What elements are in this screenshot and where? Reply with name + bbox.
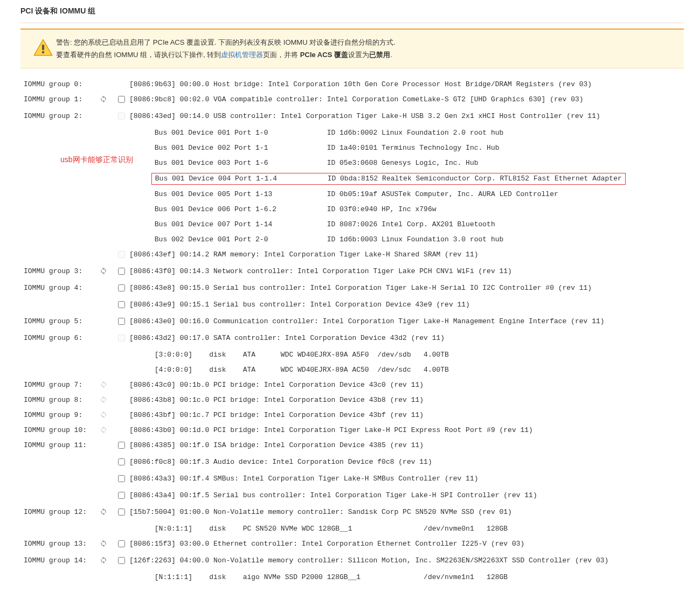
svg-point-1 xyxy=(42,51,44,53)
iommu-row: IOMMU group 13: [8086:15f3] 03:00.0 Ethe… xyxy=(20,537,684,553)
svg-rect-0 xyxy=(42,45,44,50)
refresh-icon[interactable] xyxy=(100,396,107,404)
iommu-row: [8086:43e9] 00:15.1 Serial bus controlle… xyxy=(20,297,684,314)
device-text: [8086:43e8] 00:15.0 Serial bus controlle… xyxy=(129,283,684,294)
iommu-row: [N:1:1:1] disk aigo NVMe SSD P2000 128GB… xyxy=(20,570,684,585)
iommu-row: Bus 001 Device 006 Port 1-6.2 ID 03f0:e9… xyxy=(20,202,684,217)
device-text: [8086:43a3] 00:1f.4 SMBus: Intel Corpora… xyxy=(129,473,684,484)
device-text: [8086:43bf] 00:1c.7 PCI bridge: Intel Co… xyxy=(129,410,684,421)
group-label: IOMMU group 0: xyxy=(20,79,94,90)
group-label: IOMMU group 9: xyxy=(20,410,94,421)
device-text: [8086:9bc8] 00:02.0 VGA compatible contr… xyxy=(129,94,684,105)
group-label: IOMMU group 13: xyxy=(20,539,94,549)
group-label: IOMMU group 14: xyxy=(20,555,94,566)
group-label: IOMMU group 11: xyxy=(20,440,94,451)
annot-usb-nic: usb网卡能够正常识别 xyxy=(60,155,133,165)
iommu-row: [3:0:0:0] disk ATA WDC WD40EJRX-89A A5F0… xyxy=(20,347,684,363)
group-label: IOMMU group 2: xyxy=(20,111,94,122)
device-checkbox[interactable] xyxy=(118,492,125,499)
iommu-row: IOMMU group 4:[8086:43e8] 00:15.0 Serial… xyxy=(20,281,684,297)
device-text: [126f:2263] 04:00.0 Non-Volatile memory … xyxy=(129,555,684,566)
device-checkbox[interactable] xyxy=(118,96,125,103)
iommu-row: IOMMU group 3: [8086:43f0] 00:14.3 Netwo… xyxy=(20,264,684,281)
iommu-row: Bus 001 Device 007 Port 1-14 ID 8087:002… xyxy=(20,217,684,232)
iommu-row: IOMMU group 14: [126f:2263] 04:00.0 Non-… xyxy=(20,553,684,570)
device-text: [8086:43d2] 00:17.0 SATA controller: Int… xyxy=(129,333,684,344)
iommu-row: Bus 001 Device 004 Port 1-1.4 ID 0bda:81… xyxy=(20,171,684,187)
device-text: [8086:4385] 00:1f.0 ISA bridge: Intel Co… xyxy=(129,440,684,451)
device-checkbox xyxy=(118,251,125,258)
device-text: [N:0:1:1] disk PC SN520 NVMe WDC 128GB__… xyxy=(129,524,684,534)
group-label: IOMMU group 6: xyxy=(20,333,94,344)
device-text: [8086:43b0] 00:1d.0 PCI bridge: Intel Co… xyxy=(129,425,684,436)
device-text: [8086:43f0] 00:14.3 Network controller: … xyxy=(129,266,684,277)
refresh-icon[interactable] xyxy=(100,426,107,434)
device-text: [3:0:0:0] disk ATA WDC WD40EJRX-89A A5F0… xyxy=(129,350,684,360)
refresh-icon[interactable] xyxy=(100,95,107,103)
group-label: IOMMU group 12: xyxy=(20,507,94,518)
iommu-row: Bus 001 Device 001 Port 1-0 ID 1d6b:0002… xyxy=(20,126,684,141)
refresh-icon[interactable] xyxy=(100,556,107,565)
iommu-row: Bus 002 Device 001 Port 2-0 ID 1d6b:0003… xyxy=(20,232,684,247)
device-checkbox[interactable] xyxy=(118,475,125,482)
iommu-row: [8086:43ef] 00:14.2 RAM memory: Intel Co… xyxy=(20,247,684,264)
group-label: IOMMU group 5: xyxy=(20,316,94,327)
device-text: Bus 001 Device 004 Port 1-1.4 ID 0bda:81… xyxy=(129,173,684,185)
device-text: [8086:43ed] 00:14.0 USB controller: Inte… xyxy=(129,111,684,122)
group-label: IOMMU group 3: xyxy=(20,266,94,277)
iommu-row: [4:0:0:0] disk ATA WDC WD40EJRX-89A AC50… xyxy=(20,363,684,378)
group-label: IOMMU group 10: xyxy=(20,425,94,436)
device-text: [8086:43e0] 00:16.0 Communication contro… xyxy=(129,316,684,327)
refresh-icon[interactable] xyxy=(100,540,107,548)
iommu-groups-list: IOMMU group 0:[8086:9b63] 00:00.0 Host b… xyxy=(20,77,684,585)
iommu-row: Bus 001 Device 005 Port 1-13 ID 0b05:19a… xyxy=(20,187,684,202)
device-text: [15b7:5004] 01:00.0 Non-Volatile memory … xyxy=(129,507,684,518)
device-text: [8086:43a4] 00:1f.5 Serial bus controlle… xyxy=(129,490,684,501)
iommu-row: [N:0:1:1] disk PC SN520 NVMe WDC 128GB__… xyxy=(20,521,684,537)
iommu-row: [8086:f0c8] 00:1f.3 Audio device: Intel … xyxy=(20,455,684,471)
device-checkbox[interactable] xyxy=(118,458,125,465)
device-text: Bus 001 Device 007 Port 1-14 ID 8087:002… xyxy=(129,219,684,230)
device-text: [N:1:1:1] disk aigo NVMe SSD P2000 128GB… xyxy=(129,572,684,583)
refresh-icon[interactable] xyxy=(100,411,107,419)
device-checkbox[interactable] xyxy=(118,318,125,325)
iommu-row: IOMMU group 6:[8086:43d2] 00:17.0 SATA c… xyxy=(20,331,684,347)
iommu-row: IOMMU group 9: [8086:43bf] 00:1c.7 PCI b… xyxy=(20,408,684,423)
divider xyxy=(20,23,684,23)
device-checkbox[interactable] xyxy=(118,284,125,291)
iommu-row: IOMMU group 2:[8086:43ed] 00:14.0 USB co… xyxy=(20,109,684,126)
device-text: [8086:43c0] 00:1b.0 PCI bridge: Intel Co… xyxy=(129,380,684,391)
device-checkbox[interactable] xyxy=(118,442,125,449)
device-checkbox xyxy=(118,113,125,120)
device-text: [8086:9b63] 00:00.0 Host bridge: Intel C… xyxy=(129,79,684,90)
iommu-row: Bus 001 Device 002 Port 1-1 ID 1a40:0101… xyxy=(20,141,684,156)
group-label: IOMMU group 8: xyxy=(20,395,94,406)
device-text: [8086:f0c8] 00:1f.3 Audio device: Intel … xyxy=(129,457,684,468)
warning-icon xyxy=(30,37,56,59)
device-checkbox[interactable] xyxy=(118,540,125,547)
iommu-row: IOMMU group 8: [8086:43b8] 00:1c.0 PCI b… xyxy=(20,393,684,408)
iommu-row: [8086:43a3] 00:1f.4 SMBus: Intel Corpora… xyxy=(20,471,684,488)
device-text: Bus 001 Device 001 Port 1-0 ID 1d6b:0002… xyxy=(129,128,684,138)
page-title: PCI 设备和 IOMMU 组 xyxy=(20,6,684,16)
refresh-icon[interactable] xyxy=(100,381,107,389)
device-checkbox[interactable] xyxy=(118,301,125,308)
group-label: IOMMU group 4: xyxy=(20,283,94,294)
device-text: Bus 002 Device 001 Port 2-0 ID 1d6b:0003… xyxy=(129,234,684,245)
warning-message: 警告: 您的系统已启动且启用了 PCIe ACS 覆盖设置. 下面的列表没有反映… xyxy=(56,36,674,61)
group-label: IOMMU group 7: xyxy=(20,380,94,391)
iommu-row: IOMMU group 5:[8086:43e0] 00:16.0 Commun… xyxy=(20,314,684,331)
group-label: IOMMU group 1: xyxy=(20,94,94,105)
device-checkbox[interactable] xyxy=(118,268,125,275)
refresh-icon[interactable] xyxy=(100,267,107,275)
device-checkbox[interactable] xyxy=(118,509,125,516)
device-text: [8086:15f3] 03:00.0 Ethernet controller:… xyxy=(129,539,684,549)
iommu-row: [8086:43a4] 00:1f.5 Serial bus controlle… xyxy=(20,488,684,505)
device-checkbox xyxy=(118,335,125,342)
refresh-icon[interactable] xyxy=(100,508,107,516)
iommu-row: IOMMU group 12: [15b7:5004] 01:00.0 Non-… xyxy=(20,505,684,521)
device-text: [8086:43b8] 00:1c.0 PCI bridge: Intel Co… xyxy=(129,395,684,406)
device-checkbox[interactable] xyxy=(118,557,125,564)
device-text: [8086:43ef] 00:14.2 RAM memory: Intel Co… xyxy=(129,249,684,260)
vm-manager-link[interactable]: 虚拟机管理器 xyxy=(221,51,263,59)
